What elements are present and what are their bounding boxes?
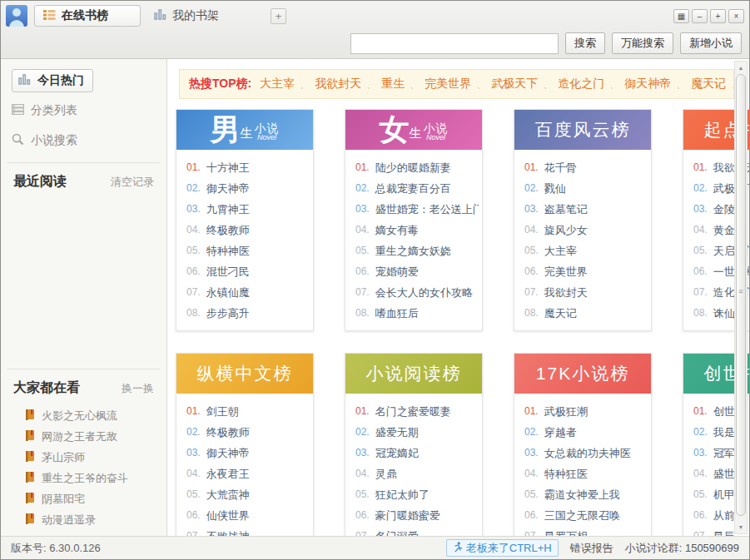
hot-search-tag[interactable]: 武极天下 [491,77,538,90]
ranking-item[interactable]: 06.仙侠世界 [186,505,310,526]
ranking-item-title: 嫡女有毒 [375,220,419,240]
tab-my-bookshelf[interactable]: 我的书架 [146,5,227,27]
ranking-item[interactable]: 05.重生之嫡女妖娆 [355,240,479,261]
search-input[interactable] [350,33,559,54]
recommended-book-item[interactable]: 火影之无心枫流 [24,405,166,426]
ranking-item[interactable]: 07.永镇仙魔 [186,282,310,303]
ranking-item[interactable]: 06.混世刁民 [186,261,310,282]
ranking-item[interactable]: 02.终极教师 [186,422,310,443]
ranking-item[interactable]: 01.武极狂潮 [524,401,648,422]
tab-online-ranking[interactable]: 在线书榜 [34,5,141,27]
ranking-item[interactable]: 04.灵鼎 [355,463,479,484]
refresh-link[interactable]: 换一换 [122,381,154,396]
ranking-item[interactable]: 07.星罗万相 [524,526,648,536]
ranking-item[interactable]: 04.旋风少女 [524,220,648,240]
bookshelf-icon [154,9,166,22]
ranking-card-body: 01.剑王朝02.终极教师03.御天神帝04.永夜君王05.大荒蛮神06.仙侠世… [176,394,313,536]
ranking-item[interactable]: 06.宠婚萌爱 [355,261,479,282]
clear-history-link[interactable]: 清空记录 [111,175,154,190]
ranking-item[interactable]: 08.魔天记 [524,303,648,324]
recommended-book-item[interactable]: 网游之王者无敌 [24,426,166,447]
ranking-item[interactable]: 06.豪门暖婚蜜爱 [355,505,479,526]
hot-search-tag[interactable]: 造化之门 [558,77,604,90]
hot-search-tag[interactable]: 完美世界 [425,77,471,90]
ranking-item[interactable]: 03.盗墓笔记 [524,199,648,220]
skin-menu-button[interactable]: ▦ [673,9,689,23]
ranking-item[interactable]: 01.剑王朝 [186,401,310,422]
error-report-link[interactable]: 错误报告 [570,541,613,556]
ranking-item[interactable]: 06.三国之无限召唤 [524,505,648,526]
ranking-item[interactable]: 05.霸道女神爱上我 [524,484,648,505]
ranking-item[interactable]: 04.特种狂医 [524,463,648,484]
hot-search-tag[interactable]: 我欲封天 [315,77,361,90]
ranking-item[interactable]: 03.冠宠嫡妃 [355,443,479,463]
ranking-item-number: 04. [355,463,370,484]
ranking-item-number: 07. [186,526,201,536]
scrollbar-thumb[interactable]: ≡ [736,74,746,516]
recommended-book-item[interactable]: 茅山宗师 [24,447,166,468]
ranking-item[interactable]: 07.不败战神 [186,526,310,536]
ranking-item[interactable]: 03.盛世婚宠：老公送上门 [355,199,479,220]
recommended-book-item[interactable]: 重生之王爷的奋斗 [24,468,166,488]
ranking-item[interactable]: 04.终极教师 [186,220,310,240]
ranking-item[interactable]: 07.我欲封天 [524,282,648,303]
ranking-item[interactable]: 05.大主宰 [524,240,648,261]
ranking-item[interactable]: 07.会长大人的女仆攻略 [355,282,479,303]
ranking-item[interactable]: 08.步步高升 [186,303,310,324]
ranking-item[interactable]: 02.盛爱无期 [355,422,479,443]
sidebar-item-category-list[interactable]: 分类列表 [12,99,166,122]
card-logo: 男生小说Novel [211,116,280,143]
hot-search-bar: 热搜TOP榜: 大主宰、我欲封天、重生、完美世界、武极天下、造化之门、御天神帝、… [179,69,734,99]
hot-search-separator: 、 [366,78,376,90]
ranking-item[interactable]: 01.花千骨 [524,157,648,178]
ranking-item-title: 我是 [713,422,735,443]
recommended-book-item[interactable]: 动漫逍遥录 [24,509,166,530]
vertical-scrollbar[interactable]: ▲ ≡ ▼ [734,61,748,534]
ranking-item-number: 07. [355,282,370,303]
search-button[interactable]: 搜索 [565,32,605,54]
ranking-item[interactable]: 04.嫡女有毒 [355,220,479,240]
ranking-item[interactable]: 03.女总裁的功夫神医 [524,443,648,463]
scroll-up-arrow-icon[interactable]: ▲ [735,62,747,73]
hot-search-tag[interactable]: 重生 [381,77,405,90]
hot-search-tag[interactable]: 魔天记 [691,77,726,90]
ranking-item[interactable]: 02.戮仙 [524,178,648,199]
ranking-card: 纵横中文榜01.剑王朝02.终极教师03.御天神帝04.永夜君王05.大荒蛮神0… [176,353,314,536]
ranking-item[interactable]: 07.名门深爱 [355,526,479,536]
new-tab-button[interactable]: + [271,8,286,24]
divider [7,369,160,369]
ranking-item[interactable]: 03.御天神帝 [186,443,310,463]
recommended-book-item[interactable]: 阴墓阳宅 [24,488,166,509]
close-button[interactable]: × [728,9,744,23]
sidebar-item-novel-search[interactable]: 小说搜索 [12,129,166,152]
ranking-item[interactable]: 08.嗜血狂后 [355,303,479,324]
ranking-item[interactable]: 05.大荒蛮神 [186,484,310,505]
ranking-item[interactable]: 03.九霄神王 [186,199,310,220]
user-avatar[interactable] [6,5,27,27]
ranking-item[interactable]: 05.特种神医 [186,240,310,261]
universal-search-button[interactable]: 万能搜索 [612,32,673,54]
book-title: 动漫逍遥录 [42,513,96,528]
ranking-item[interactable]: 01.名门之蜜爱暖妻 [355,401,479,422]
ranking-item-title: 终极教师 [206,220,250,240]
ranking-item[interactable]: 01.十方神王 [186,157,310,178]
ranking-item[interactable]: 02.穿越者 [524,422,648,443]
ranking-item-title: 会长大人的女仆攻略 [375,282,473,303]
ranking-item[interactable]: 02.总裁宠妻百分百 [355,178,479,199]
ranking-item[interactable]: 06.完美世界 [524,261,648,282]
ranking-item[interactable]: 05.狂妃太帅了 [355,484,479,505]
sidebar-item-today-hot[interactable]: 今日热门 [12,69,93,92]
card-title: 百度风云榜 [535,118,631,141]
ranking-item-number: 08. [693,303,708,324]
ranking-item[interactable]: 01.陆少的暖婚新妻 [355,157,479,178]
ranking-item-number: 06. [355,505,370,526]
add-novel-button[interactable]: 新增小说 [680,32,742,54]
ranking-item[interactable]: 04.永夜君王 [186,463,310,484]
ranking-item[interactable]: 02.御天神帝 [186,178,310,199]
hot-search-tag[interactable]: 大主宰 [260,77,295,90]
scroll-down-arrow-icon[interactable]: ▼ [735,522,747,533]
maximize-button[interactable]: + [710,9,726,23]
hot-search-tag[interactable]: 御天神帝 [624,77,671,90]
boss-key-button[interactable]: 老板来了CTRL+H [446,539,559,557]
minimize-button[interactable]: – [692,9,708,23]
